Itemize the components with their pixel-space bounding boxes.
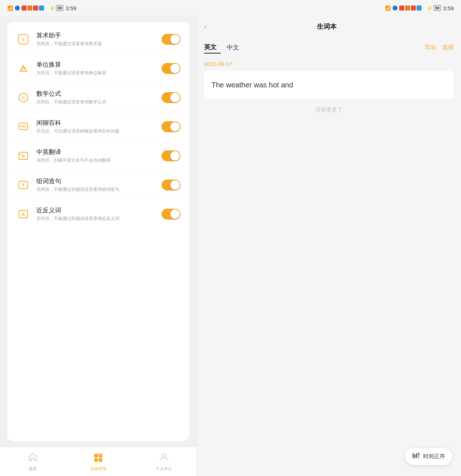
nav-device-label: 设备管理	[90, 466, 106, 472]
date-group-label: 2021-08-17	[204, 61, 454, 67]
synonym-text: 近反义词 关闭后，不能通过扫描或语音查询近反义词	[36, 206, 156, 222]
svg-point-7	[21, 126, 22, 127]
word-card[interactable]: The weather was hot and	[204, 71, 454, 99]
unit-title: 单位换算	[36, 60, 156, 69]
translate-title: 中英翻译	[36, 148, 156, 156]
word-text: The weather was hot and	[211, 81, 293, 89]
right-notif-icons	[399, 5, 422, 11]
back-button[interactable]: ‹	[204, 20, 210, 33]
arithmetic-title: 算术助手	[36, 31, 156, 40]
synonym-icon: A	[16, 207, 31, 221]
right-wifi-icon: 🔵	[392, 5, 398, 11]
time-order-button[interactable]: 时间正序	[405, 448, 452, 465]
tab-chinese[interactable]: 中文	[227, 42, 243, 53]
svg-text:T: T	[22, 183, 25, 188]
status-bar: 📶 🔵 ⚡ 98 3:59 📶 🔵 ⚡	[0, 0, 461, 16]
svg-text:中: 中	[20, 153, 23, 156]
svg-rect-23	[413, 453, 414, 458]
left-time: 3:59	[65, 5, 76, 11]
svg-point-2	[22, 67, 24, 70]
tabs-row: 英文 中文 导出 选择	[197, 37, 461, 58]
synonym-title: 近反义词	[36, 206, 156, 215]
chat-desc: 开启后，可以通过语音闲聊及查询百科问题	[36, 128, 156, 134]
synonym-toggle[interactable]	[162, 209, 180, 220]
right-header: ‹ 生词本	[197, 16, 461, 37]
export-button[interactable]: 导出	[425, 44, 436, 51]
time-order-label: 时间正序	[423, 453, 445, 460]
nav-home-label: 首页	[29, 466, 37, 472]
svg-rect-19	[94, 458, 98, 462]
nav-device[interactable]: 设备管理	[65, 452, 131, 472]
chat-text: 闲聊百科 开启后，可以通过语音闲聊及查询百科问题	[36, 119, 156, 134]
svg-point-8	[23, 126, 24, 127]
right-panel-title: 生词本	[210, 22, 443, 31]
no-more-label: 没有更多了	[204, 106, 454, 113]
vocab-content: 2021-08-17 The weather was hot and 没有更多了…	[197, 58, 461, 476]
right-battery: ⚡ 98	[427, 5, 441, 11]
svg-point-22	[162, 454, 166, 457]
compose-desc: 关闭后，不能通过扫描或语音查询组词造句	[36, 186, 156, 193]
wifi-icon: 🔵	[15, 5, 20, 11]
unit-desc: 关闭后，不能通过语音查询单位换算	[36, 70, 156, 76]
svg-point-9	[24, 126, 26, 127]
unit-text: 单位换算 关闭后，不能通过语音查询单位换算	[36, 60, 156, 76]
bottom-nav: 首页 设备管理	[0, 447, 196, 476]
right-status-icons: 📶 🔵	[385, 5, 422, 11]
tab-english[interactable]: 英文	[204, 42, 221, 54]
translate-text: 中英翻译 关闭后，扫描中英文长句不会自动翻译	[36, 148, 156, 164]
right-panel: ‹ 生词本 英文 中文 导出 选择 2021-08-17 The weather…	[197, 16, 461, 476]
svg-text:±: ±	[22, 36, 25, 42]
translate-icon: A 中	[16, 149, 31, 163]
setting-translate: A 中 中英翻译 关闭后，扫描中英文长句不会自动翻译	[7, 141, 189, 170]
compose-text: 组词造句 关闭后，不能通过扫描或语音查询组词造句	[36, 177, 156, 193]
notif-icons	[21, 5, 44, 11]
nav-home[interactable]: 首页	[0, 452, 65, 472]
left-battery: ⚡ 98	[49, 5, 63, 11]
unit-icon	[16, 61, 31, 76]
setting-compose: T 组词造句 关闭后，不能通过扫描或语音查询组词造句	[7, 170, 189, 200]
main-content: ± 算术助手 关闭后，不能通过语音查询算术题	[0, 16, 461, 476]
translate-desc: 关闭后，扫描中英文长句不会自动翻译	[36, 157, 156, 164]
unit-toggle[interactable]	[162, 63, 180, 74]
compose-title: 组词造句	[36, 177, 156, 185]
setting-synonym: A 近反义词 关闭后，不能通过扫描或语音查询近反义词	[7, 200, 189, 228]
compose-toggle[interactable]	[162, 180, 180, 190]
time-order-icon	[412, 452, 420, 461]
svg-rect-25	[416, 453, 417, 458]
status-bar-right: 📶 🔵 ⚡ 98 3:59	[231, 5, 454, 11]
home-icon	[28, 452, 38, 465]
setting-arithmetic: ± 算术助手 关闭后，不能通过语音查询算术题	[7, 25, 189, 54]
svg-rect-24	[414, 454, 416, 458]
math-toggle[interactable]	[162, 92, 180, 103]
chat-title: 闲聊百科	[36, 119, 156, 127]
compose-icon: T	[16, 178, 31, 192]
synonym-desc: 关闭后，不能通过扫描或语音查询近反义词	[36, 216, 156, 222]
nav-profile[interactable]: 个人中心	[131, 452, 196, 472]
math-text: 数学公式 关闭后，不能通过语音查询数学公式	[36, 90, 156, 105]
left-status-icons: 📶 🔵	[7, 5, 44, 11]
status-bar-left: 📶 🔵 ⚡ 98 3:59	[7, 5, 231, 11]
arithmetic-toggle[interactable]	[162, 34, 180, 45]
left-panel: ± 算术助手 关闭后，不能通过语音查询算术题	[0, 16, 196, 476]
setting-chat: 闲聊百科 开启后，可以通过语音闲聊及查询百科问题	[7, 112, 189, 141]
right-time: 3:59	[443, 5, 454, 11]
svg-text:A: A	[21, 212, 25, 217]
chat-toggle[interactable]	[162, 121, 180, 132]
select-button[interactable]: 选择	[442, 44, 454, 51]
settings-card: ± 算术助手 关闭后，不能通过语音查询算术题	[7, 22, 189, 441]
arithmetic-icon: ±	[16, 32, 31, 47]
translate-toggle[interactable]	[162, 150, 180, 161]
math-icon: fx	[16, 90, 31, 105]
setting-unit: 单位换算 关闭后，不能通过语音查询单位换算	[7, 54, 189, 83]
arithmetic-text: 算术助手 关闭后，不能通过语音查询算术题	[36, 31, 156, 47]
chat-icon	[16, 119, 31, 134]
svg-text:fx: fx	[21, 95, 25, 101]
profile-icon	[159, 452, 169, 465]
tab-actions: 导出 选择	[425, 44, 454, 51]
signal-icon: 📶	[7, 5, 13, 11]
device-icon	[93, 452, 103, 465]
svg-rect-20	[99, 458, 102, 462]
nav-profile-label: 个人中心	[156, 466, 172, 472]
math-desc: 关闭后，不能通过语音查询数学公式	[36, 99, 156, 105]
setting-math: fx 数学公式 关闭后，不能通过语音查询数学公式	[7, 83, 189, 112]
